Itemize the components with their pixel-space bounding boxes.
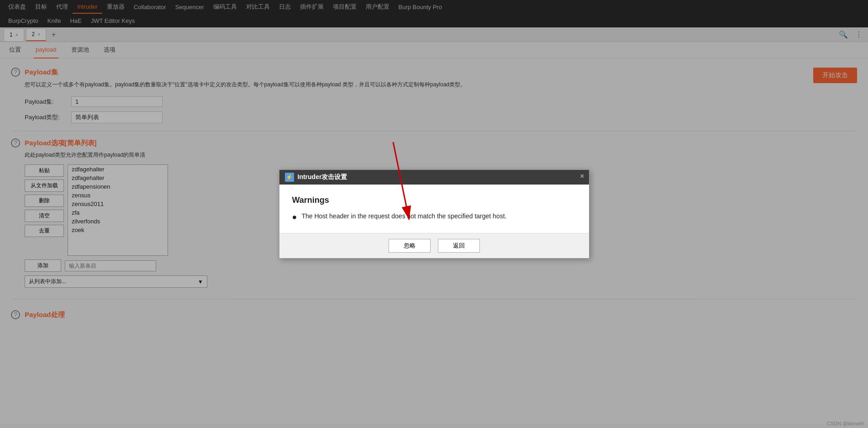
- lightning-icon: ⚡: [285, 173, 294, 182]
- modal-close-button[interactable]: ×: [580, 173, 584, 180]
- modal-warning-item-0: ● The Host header in the request does no…: [292, 212, 576, 222]
- modal-warning-text: The Host header in the request does not …: [301, 212, 506, 220]
- modal-title: Intruder攻击设置: [298, 173, 347, 181]
- modal-footer: 忽略 返回: [279, 233, 589, 258]
- return-button[interactable]: 返回: [438, 239, 480, 253]
- modal-overlay: ⚡ Intruder攻击设置 × Warnings ● The Host hea…: [0, 0, 868, 424]
- modal-body: Warnings ● The Host header in the reques…: [279, 185, 589, 233]
- modal-header: ⚡ Intruder攻击设置 ×: [279, 170, 589, 185]
- ignore-button[interactable]: 忽略: [389, 239, 431, 253]
- bullet-icon: ●: [292, 212, 297, 222]
- modal-warnings-title: Warnings: [292, 196, 576, 205]
- intruder-settings-modal: ⚡ Intruder攻击设置 × Warnings ● The Host hea…: [279, 169, 589, 259]
